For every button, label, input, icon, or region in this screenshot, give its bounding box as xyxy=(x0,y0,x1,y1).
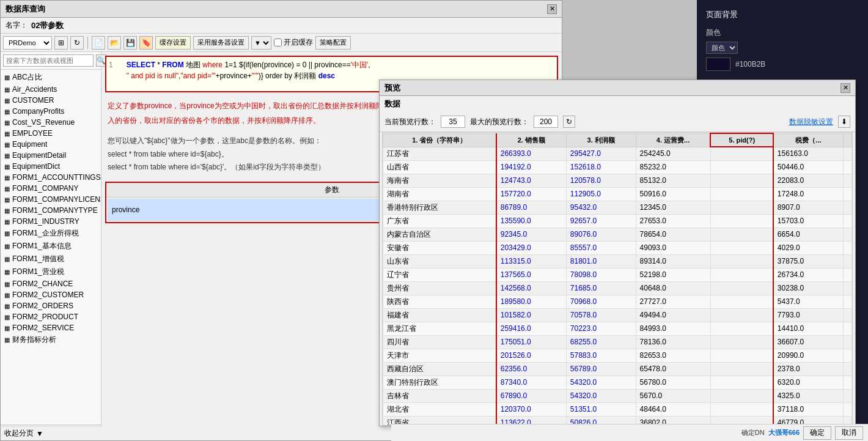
scrollbar-cell xyxy=(844,241,852,254)
export-button[interactable]: ⬇ xyxy=(838,116,850,128)
sidebar-item-finance[interactable]: ▦ 财务指标分析 xyxy=(1,333,101,346)
sidebar-item-form1company[interactable]: ▦ FORM1_COMPANY xyxy=(1,183,101,194)
preview-refresh-button[interactable]: ↻ xyxy=(563,116,575,128)
open-icon-btn[interactable]: 📂 xyxy=(108,36,121,50)
preview-close-button[interactable]: ✕ xyxy=(840,83,850,93)
table-cell: 70578.0 xyxy=(566,308,636,322)
table-icon: ▦ xyxy=(4,74,10,81)
col-header-profit: 3. 利润额 xyxy=(566,133,636,147)
cache-settings-button[interactable]: 缓存设置 xyxy=(155,36,191,50)
db-close-button[interactable]: ✕ xyxy=(547,4,557,14)
table-cell xyxy=(710,228,773,241)
table-cell: 152618.0 xyxy=(566,160,636,174)
sidebar-item-customer[interactable]: ▦ CUSTOMER xyxy=(1,95,101,106)
table-cell: 81801.0 xyxy=(566,254,636,268)
sidebar-item-form1industry[interactable]: ▦ FORM1_INDUSTRY xyxy=(1,216,101,227)
color-dropdown[interactable]: 颜色 xyxy=(706,42,738,54)
preview-toolbar: 当前预览行数： 35 最大的预览行数： 200 ↻ 数据脱敏设置 ⬇ xyxy=(380,112,855,132)
sidebar-item-form1license[interactable]: ▦ FORM1_COMPANYLICENSE xyxy=(1,194,101,205)
table-cell: 50916.0 xyxy=(636,187,710,201)
table-cell: 56780.0 xyxy=(636,376,710,389)
table-cell xyxy=(710,268,773,281)
server-dropdown[interactable]: ▼ xyxy=(251,36,271,50)
table-cell: 113315.0 xyxy=(496,254,567,268)
connection-dropdown[interactable]: PRDemo xyxy=(3,36,52,50)
search-input[interactable] xyxy=(3,54,94,67)
table-cell: 70223.0 xyxy=(566,322,636,335)
ok-button[interactable]: 确定 xyxy=(803,426,831,440)
data-section-label: 数据 xyxy=(380,96,855,112)
data-sense-link[interactable]: 数据脱敏设置 xyxy=(789,117,833,127)
table-icon: ▦ xyxy=(4,269,10,275)
table-cell xyxy=(710,201,773,214)
sidebar-item-form2service[interactable]: ▦ FORM2_SERVICE xyxy=(1,322,101,333)
sidebar-item-costvsrevenue[interactable]: ▦ Cost_VS_Revenue xyxy=(1,117,101,128)
sidebar-item-employee[interactable]: ▦ EMPLOYEE xyxy=(1,128,101,139)
preview-window-title: 预览 xyxy=(384,83,400,94)
table-cell: 西藏自治区 xyxy=(383,362,496,376)
table-row: 湖北省120370.051351.048464.037118.0 xyxy=(383,402,852,416)
save-icon-btn[interactable]: 💾 xyxy=(123,36,137,50)
cancel-button[interactable]: 取消 xyxy=(835,426,863,440)
sidebar-item-form1acct[interactable]: ▦ FORM1_ACCOUNTTINGSYSTEM xyxy=(1,172,101,183)
new-icon-btn[interactable]: 📄 xyxy=(92,36,105,50)
table-cell: 65478.0 xyxy=(636,362,710,376)
sidebar-item-equipmentdetail[interactable]: ▦ EquipmentDetail xyxy=(1,150,101,161)
bookmark-icon-btn[interactable]: 🔖 xyxy=(139,36,153,50)
table-icon: ▦ xyxy=(4,185,10,192)
strategy-config-button[interactable]: 策略配置 xyxy=(315,36,351,50)
table-cell: 福建省 xyxy=(383,308,496,322)
table-cell: 50446.0 xyxy=(773,160,844,174)
table-icon: ▦ xyxy=(4,314,10,321)
sidebar-item-form2orders[interactable]: ▦ FORM2_ORDERS xyxy=(1,300,101,311)
table-row: 江苏省266393.0295427.0254245.0156163.0 xyxy=(383,147,852,160)
table-row: 香港特别行政区86789.095432.012345.08907.0 xyxy=(383,201,852,214)
table-cell: 95432.0 xyxy=(566,201,636,214)
scrollbar-cell xyxy=(844,214,852,228)
table-icon: ▦ xyxy=(4,218,10,225)
sidebar-item-form2product[interactable]: ▦ FORM2_PRODUCT xyxy=(1,311,101,322)
sidebar-item-form1vat[interactable]: ▦ FORM1_增值税 xyxy=(1,253,101,265)
sidebar-item-form2customer[interactable]: ▦ FORM2_CUSTOMER xyxy=(1,289,101,300)
table-cell: 5437.0 xyxy=(773,295,844,308)
current-rows-value: 35 xyxy=(441,116,465,128)
open-cache-checkbox-label[interactable]: 开启缓存 xyxy=(274,37,313,48)
sidebar-item-equipmentdict[interactable]: ▦ EquipmentDict xyxy=(1,161,101,172)
refresh-icon-btn[interactable]: ↻ xyxy=(70,36,84,50)
table-cell: 陕西省 xyxy=(383,295,496,308)
sidebar-item-air[interactable]: ▦ Air_Accidents xyxy=(1,84,101,95)
sidebar-item-form1companytype[interactable]: ▦ FORM1_COMPANYTYPE xyxy=(1,205,101,216)
table-cell: 112905.0 xyxy=(566,187,636,201)
chevron-down-icon[interactable]: ▼ xyxy=(36,429,43,438)
table-cell: 78136.0 xyxy=(636,335,710,349)
table-icon: ▦ xyxy=(4,243,10,250)
table-cell: 266393.0 xyxy=(496,147,567,160)
scrollbar-placeholder xyxy=(844,133,852,147)
sidebar-item-form1biz[interactable]: ▦ FORM1_营业税 xyxy=(1,265,101,278)
grid-icon-btn[interactable]: ⊞ xyxy=(54,36,68,50)
table-cell: 70968.0 xyxy=(566,295,636,308)
table-icon: ▦ xyxy=(4,292,10,298)
sidebar-item-equipment[interactable]: ▦ Equipment xyxy=(1,139,101,150)
table-cell: 湖北省 xyxy=(383,402,496,416)
sidebar-item-companyprofits[interactable]: ▦ CompanyProfits xyxy=(1,106,101,117)
scrollbar-cell xyxy=(844,376,852,389)
sidebar-item-form1enterprise[interactable]: ▦ FORM1_企业所得税 xyxy=(1,227,101,240)
open-cache-checkbox[interactable] xyxy=(274,39,282,46)
sidebar-item-form2chance[interactable]: ▦ FORM2_CHANCE xyxy=(1,278,101,289)
table-cell: 48464.0 xyxy=(636,402,710,416)
sidebar-item-abc[interactable]: ▦ ABC占比 xyxy=(1,71,101,84)
scrollbar-cell xyxy=(844,335,852,349)
table-row: 澳门特别行政区87340.054320.056780.06320.0 xyxy=(383,376,852,389)
table-row: 黑龙江省259416.070223.084993.014410.0 xyxy=(383,322,852,335)
table-cell: 254245.0 xyxy=(636,147,710,160)
table-header-row: 1. 省份（字符串） 2. 销售额 3. 利润额 4. 运营费... 5. pi… xyxy=(383,133,852,147)
preview-table-body: 江苏省266393.0295427.0254245.0156163.0山西省19… xyxy=(383,147,852,426)
table-cell xyxy=(710,402,773,416)
table-icon: ▦ xyxy=(4,207,10,214)
db-sidebar: 🔍 ▦ ABC占比 ▦ Air_Accidents ▦ CUSTOMER ▦ C… xyxy=(1,52,101,440)
table-cell: 37118.0 xyxy=(773,402,844,416)
server-settings-button[interactable]: 采用服务器设置 xyxy=(193,36,249,50)
table-cell xyxy=(710,147,773,160)
sidebar-item-form1basic[interactable]: ▦ FORM1_基本信息 xyxy=(1,240,101,253)
